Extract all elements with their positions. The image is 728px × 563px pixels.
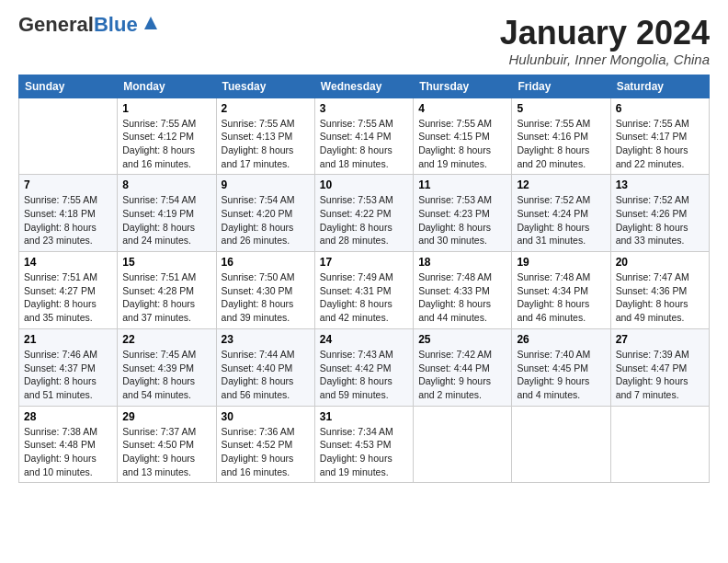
table-row: 29 Sunrise: 7:37 AM Sunset: 4:50 PM Dayl… [118,406,216,483]
day-info: Sunrise: 7:55 AM Sunset: 4:18 PM Dayligh… [24,193,112,247]
day-number: 24 [320,333,408,346]
page: GeneralBlue January 2024 Hulunbuir, Inne… [0,0,728,563]
logo-blue: Blue [94,13,138,36]
sunrise-text: Sunrise: 7:55 AM [517,118,590,129]
sunrise-text: Sunrise: 7:55 AM [122,118,196,129]
sunset-text: Sunset: 4:23 PM [418,208,490,219]
day-info: Sunrise: 7:55 AM Sunset: 4:17 PM Dayligh… [616,117,704,171]
day-number: 6 [616,102,704,115]
table-row: 19 Sunrise: 7:48 AM Sunset: 4:34 PM Dayl… [512,252,610,329]
sunrise-text: Sunrise: 7:51 AM [122,271,196,282]
day-number: 3 [320,102,408,115]
day-info: Sunrise: 7:55 AM Sunset: 4:12 PM Dayligh… [122,117,210,171]
header-sunday: Sunday [19,75,118,98]
sunrise-text: Sunrise: 7:49 AM [320,271,393,282]
logo-general: General [18,13,94,36]
day-number: 18 [418,256,506,269]
daylight-text: Daylight: 9 hours and 19 minutes. [320,453,392,477]
day-number: 26 [517,333,605,346]
sunset-text: Sunset: 4:52 PM [222,439,293,450]
sunset-text: Sunset: 4:34 PM [517,285,588,296]
daylight-text: Daylight: 9 hours and 2 minutes. [418,375,491,400]
sunrise-text: Sunrise: 7:37 AM [122,426,196,437]
table-row: 22 Sunrise: 7:45 AM Sunset: 4:39 PM Dayl… [118,328,216,406]
header-monday: Monday [118,75,216,98]
header: GeneralBlue January 2024 Hulunbuir, Inne… [18,15,710,67]
sunrise-text: Sunrise: 7:52 AM [616,194,689,205]
day-number: 10 [320,178,408,191]
day-info: Sunrise: 7:50 AM Sunset: 4:30 PM Dayligh… [222,270,310,325]
sunrise-text: Sunrise: 7:55 AM [24,194,97,205]
sunrise-text: Sunrise: 7:38 AM [24,426,97,437]
day-info: Sunrise: 7:52 AM Sunset: 4:26 PM Dayligh… [616,193,704,247]
sunrise-text: Sunrise: 7:53 AM [320,194,393,205]
day-number: 28 [24,410,112,423]
sunset-text: Sunset: 4:12 PM [122,131,194,142]
table-row: 25 Sunrise: 7:42 AM Sunset: 4:44 PM Dayl… [414,328,512,406]
daylight-text: Daylight: 8 hours and 59 minutes. [320,375,392,400]
logo-icon [141,13,161,33]
day-info: Sunrise: 7:55 AM Sunset: 4:13 PM Dayligh… [222,117,310,171]
table-row: 27 Sunrise: 7:39 AM Sunset: 4:47 PM Dayl… [610,328,709,406]
day-info: Sunrise: 7:55 AM Sunset: 4:14 PM Dayligh… [320,117,408,171]
table-row: 18 Sunrise: 7:48 AM Sunset: 4:33 PM Dayl… [414,252,512,329]
day-number: 21 [24,333,112,346]
daylight-text: Daylight: 8 hours and 46 minutes. [517,298,589,323]
sunset-text: Sunset: 4:28 PM [122,285,194,296]
day-number: 13 [616,178,704,191]
sunset-text: Sunset: 4:45 PM [517,362,588,373]
sunset-text: Sunset: 4:53 PM [320,439,392,450]
table-row: 5 Sunrise: 7:55 AM Sunset: 4:16 PM Dayli… [512,98,610,175]
day-number: 4 [418,102,506,115]
sunrise-text: Sunrise: 7:48 AM [418,271,492,282]
table-row: 7 Sunrise: 7:55 AM Sunset: 4:18 PM Dayli… [19,175,118,252]
month-title: January 2024 [500,15,710,52]
day-number: 1 [122,102,210,115]
daylight-text: Daylight: 8 hours and 42 minutes. [320,298,392,323]
daylight-text: Daylight: 8 hours and 16 minutes. [122,144,195,169]
daylight-text: Daylight: 8 hours and 26 minutes. [222,222,294,247]
sunrise-text: Sunrise: 7:43 AM [320,349,393,360]
table-row: 23 Sunrise: 7:44 AM Sunset: 4:40 PM Dayl… [216,328,314,406]
sunrise-text: Sunrise: 7:52 AM [517,194,590,205]
day-info: Sunrise: 7:51 AM Sunset: 4:27 PM Dayligh… [24,270,112,325]
table-row: 9 Sunrise: 7:54 AM Sunset: 4:20 PM Dayli… [216,175,314,252]
table-row: 4 Sunrise: 7:55 AM Sunset: 4:15 PM Dayli… [414,98,512,175]
sunset-text: Sunset: 4:36 PM [616,285,688,296]
day-number: 22 [122,333,210,346]
day-info: Sunrise: 7:38 AM Sunset: 4:48 PM Dayligh… [24,425,112,479]
sunrise-text: Sunrise: 7:48 AM [517,271,590,282]
daylight-text: Daylight: 8 hours and 23 minutes. [24,222,97,247]
day-info: Sunrise: 7:49 AM Sunset: 4:31 PM Dayligh… [320,270,408,325]
sunrise-text: Sunrise: 7:47 AM [616,271,689,282]
daylight-text: Daylight: 9 hours and 13 minutes. [122,453,195,477]
table-row: 15 Sunrise: 7:51 AM Sunset: 4:28 PM Dayl… [118,252,216,329]
day-number: 19 [517,256,605,269]
daylight-text: Daylight: 8 hours and 24 minutes. [122,222,195,247]
sunset-text: Sunset: 4:42 PM [320,362,392,373]
day-number: 14 [24,256,112,269]
day-number: 20 [616,256,704,269]
daylight-text: Daylight: 8 hours and 22 minutes. [616,144,688,169]
table-row: 10 Sunrise: 7:53 AM Sunset: 4:22 PM Dayl… [314,175,413,252]
table-row: 11 Sunrise: 7:53 AM Sunset: 4:23 PM Dayl… [414,175,512,252]
daylight-text: Daylight: 8 hours and 44 minutes. [418,298,491,323]
logo: GeneralBlue [18,15,161,35]
daylight-text: Daylight: 8 hours and 54 minutes. [122,375,195,400]
sunrise-text: Sunrise: 7:54 AM [222,194,295,205]
daylight-text: Daylight: 8 hours and 35 minutes. [24,298,97,323]
day-number: 16 [222,256,310,269]
sunrise-text: Sunrise: 7:51 AM [24,271,97,282]
sunset-text: Sunset: 4:30 PM [222,285,293,296]
sunset-text: Sunset: 4:31 PM [320,285,392,296]
sunset-text: Sunset: 4:50 PM [122,439,194,450]
sunset-text: Sunset: 4:37 PM [24,362,96,373]
day-info: Sunrise: 7:37 AM Sunset: 4:50 PM Dayligh… [122,425,210,479]
day-info: Sunrise: 7:51 AM Sunset: 4:28 PM Dayligh… [122,270,210,325]
day-number: 15 [122,256,210,269]
table-row: 31 Sunrise: 7:34 AM Sunset: 4:53 PM Dayl… [314,406,413,483]
day-number: 29 [122,410,210,423]
sunrise-text: Sunrise: 7:34 AM [320,426,393,437]
sunrise-text: Sunrise: 7:36 AM [222,426,295,437]
calendar-week-1: 7 Sunrise: 7:55 AM Sunset: 4:18 PM Dayli… [19,175,710,252]
